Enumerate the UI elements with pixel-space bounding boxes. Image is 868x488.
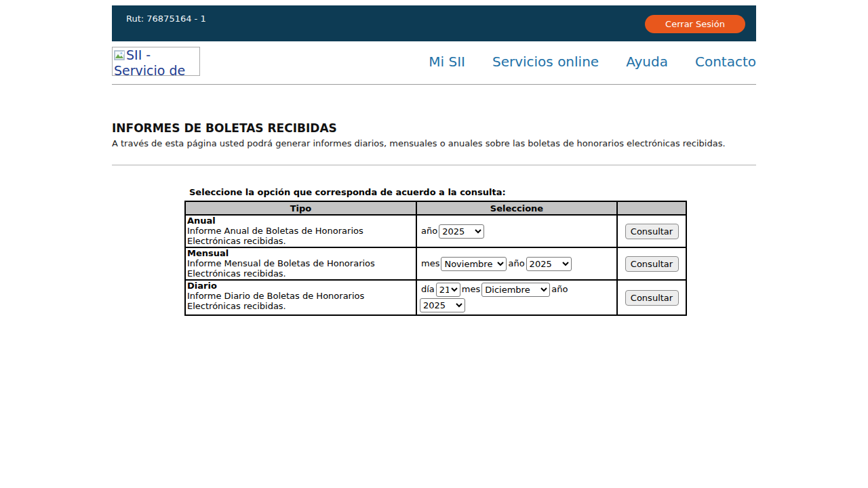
table-row-diario: Diario Informe Diario de Boletas de Hono…	[185, 280, 686, 315]
divider	[112, 165, 756, 165]
mensual-month-label: mes	[421, 258, 439, 268]
table-header-row: Tipo Seleccione	[185, 201, 686, 215]
row-mensual-description: Informe Mensual de Boletas de Honorarios…	[187, 258, 375, 279]
mensual-year-label: año	[508, 258, 524, 268]
table-caption: Seleccione la opción que corresponda de …	[189, 187, 756, 197]
row-diario-description: Informe Diario de Boletas de Honorarios …	[187, 291, 364, 311]
rut-text: Rut: 76875164 - 1	[126, 14, 206, 24]
diario-day-label: día	[421, 284, 435, 294]
diario-day-select[interactable]: 21	[436, 283, 460, 297]
table-row-mensual: Mensual Informe Mensual de Boletas de Ho…	[185, 247, 686, 280]
nav-contacto[interactable]: Contacto	[695, 54, 756, 70]
diario-year-label: año	[551, 284, 568, 294]
diario-month-label: mes	[462, 284, 480, 294]
anual-year-label: año	[421, 226, 437, 236]
anual-year-select[interactable]: 2025	[439, 224, 484, 239]
diario-month-select[interactable]: Diciembre	[481, 283, 550, 297]
row-mensual-title: Mensual	[187, 248, 229, 258]
nav-servicios-online[interactable]: Servicios online	[492, 54, 599, 70]
nav-ayuda[interactable]: Ayuda	[626, 54, 668, 70]
header: SII - Servicio de Mi SII Servicios onlin…	[112, 47, 756, 85]
consulta-table: Tipo Seleccione Anual Informe Anual de B…	[184, 201, 687, 316]
page-container: Rut: 76875164 - 1 Cerrar Sesión SII - Se…	[112, 5, 756, 316]
mensual-year-select[interactable]: 2025	[526, 257, 572, 271]
broken-image-icon	[114, 49, 125, 64]
row-anual-description: Informe Anual de Boletas de Honorarios E…	[187, 226, 363, 246]
main-nav: Mi SII Servicios online Ayuda Contacto	[429, 54, 756, 70]
row-diario-title: Diario	[187, 281, 217, 291]
nav-mi-sii[interactable]: Mi SII	[429, 54, 465, 70]
page-description: A través de esta página usted podrá gene…	[112, 138, 756, 148]
logout-button[interactable]: Cerrar Sesión	[645, 15, 745, 33]
topbar: Rut: 76875164 - 1 Cerrar Sesión	[112, 5, 756, 41]
page-title: INFORMES DE BOLETAS RECIBIDAS	[112, 121, 756, 135]
column-header-tipo: Tipo	[185, 201, 416, 215]
table-row-anual: Anual Informe Anual de Boletas de Honora…	[185, 215, 686, 247]
diario-consultar-button[interactable]: Consultar	[625, 290, 679, 306]
column-header-seleccione: Seleccione	[416, 201, 617, 215]
mensual-month-select[interactable]: Noviembre	[441, 257, 507, 271]
mensual-consultar-button[interactable]: Consultar	[625, 256, 679, 272]
sii-logo[interactable]: SII - Servicio de	[112, 47, 200, 76]
column-header-accion	[617, 201, 686, 215]
diario-year-select[interactable]: 2025	[420, 298, 465, 312]
anual-consultar-button[interactable]: Consultar	[625, 224, 679, 239]
row-anual-title: Anual	[187, 216, 216, 226]
